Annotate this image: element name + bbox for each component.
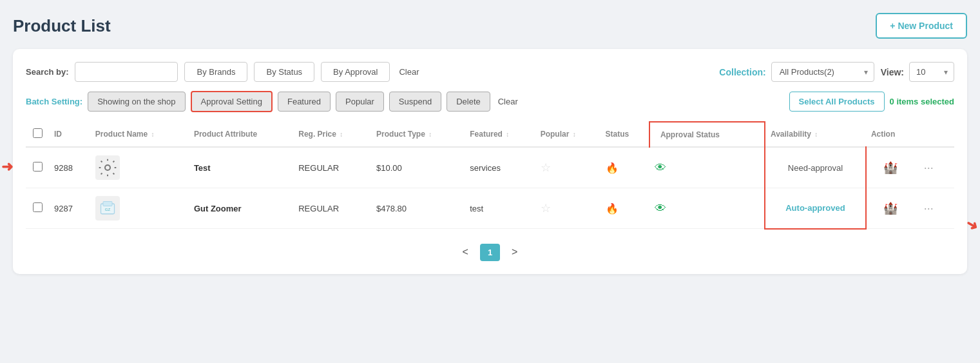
batch-clear-link[interactable]: Clear: [498, 97, 518, 106]
page-title: Product List: [13, 16, 111, 36]
table-header-row: ID Product Name ↕ Product Attribute Reg.…: [26, 122, 954, 147]
product-table: ID Product Name ↕ Product Attribute Reg.…: [26, 121, 954, 230]
row-price: $478.80: [371, 188, 465, 229]
header-id: ID: [49, 122, 90, 147]
table-row: ➜ 9288 Test REGULAR $10.00 services: [26, 147, 954, 188]
header-product-type: Product Type ↕: [371, 122, 465, 147]
row-id: 9288: [49, 147, 90, 188]
header-status: Status: [600, 122, 649, 147]
header-featured: Featured ↕: [465, 122, 535, 147]
row-action-menu-button[interactable]: ···: [920, 160, 937, 176]
row-product-name: Gut Zoomer: [189, 188, 293, 229]
row-status-eye[interactable]: 👁: [649, 188, 765, 229]
header-product-attribute: Product Attribute: [189, 122, 293, 147]
row-action: ···: [915, 147, 954, 188]
row-image: GZ: [90, 188, 189, 229]
header-approval-status: Approval Status: [649, 122, 765, 147]
view-section: View: 10 25 50 100: [881, 62, 954, 82]
view-label: View:: [881, 67, 904, 77]
need-approval-text: Need-approval: [788, 163, 843, 173]
collection-label: Collection:: [719, 67, 765, 77]
pagination: < 1 >: [26, 244, 954, 261]
row-featured-star[interactable]: ☆: [535, 188, 600, 229]
delete-button[interactable]: Delete: [447, 92, 490, 112]
collection-select-wrapper: All Products(2): [771, 62, 874, 82]
row-image: [90, 147, 189, 188]
new-product-button[interactable]: + New Product: [876, 13, 967, 39]
by-status-button[interactable]: By Status: [254, 62, 314, 82]
row-checkbox[interactable]: [33, 162, 43, 172]
svg-text:GZ: GZ: [105, 207, 111, 211]
prev-page-button[interactable]: <: [456, 244, 475, 260]
row-type: services: [465, 147, 535, 188]
search-clear-link[interactable]: Clear: [399, 67, 419, 77]
items-selected-count: 0 items selected: [890, 97, 954, 106]
row-action-menu-button[interactable]: ···: [920, 201, 937, 217]
svg-point-0: [105, 165, 110, 170]
featured-button[interactable]: Featured: [278, 92, 331, 112]
row-approval-status: Auto-approved: [765, 188, 866, 229]
svg-rect-2: [103, 202, 112, 206]
row-availability[interactable]: 🏰: [866, 147, 915, 188]
row-approval-status: Need-approval: [765, 147, 866, 188]
row-availability[interactable]: 🏰: [866, 188, 915, 229]
view-select[interactable]: 10 25 50 100: [909, 62, 954, 82]
row-status-eye[interactable]: 👁: [649, 147, 765, 188]
suspend-button[interactable]: Suspend: [389, 92, 441, 112]
approval-setting-button[interactable]: Approval Setting: [191, 91, 273, 112]
search-input[interactable]: [75, 62, 178, 82]
collection-section: Collection: All Products(2): [719, 62, 874, 82]
search-label: Search by:: [26, 67, 68, 77]
header-popular: Popular ↕: [535, 122, 600, 147]
view-select-wrapper: 10 25 50 100: [909, 62, 954, 82]
by-brands-button[interactable]: By Brands: [184, 62, 247, 82]
row-type: test: [465, 188, 535, 229]
header-product-name: Product Name ↕: [90, 122, 189, 147]
row-checkbox[interactable]: [33, 202, 43, 212]
search-row: Search by: By Brands By Status By Approv…: [26, 62, 954, 82]
main-card: Search by: By Brands By Status By Approv…: [13, 49, 967, 274]
select-all-checkbox[interactable]: [33, 128, 43, 138]
header-reg-price: Reg. Price ↕: [293, 122, 371, 147]
row-id: 9287: [49, 188, 90, 229]
header-availability: Availability ↕: [765, 122, 866, 147]
current-page-button[interactable]: 1: [480, 244, 500, 261]
by-approval-button[interactable]: By Approval: [321, 62, 390, 82]
row-popular-flame[interactable]: 🔥: [600, 147, 649, 188]
row-popular-flame[interactable]: 🔥: [600, 188, 649, 229]
row-checkbox-col: [26, 188, 49, 229]
row-featured-star[interactable]: ☆: [535, 147, 600, 188]
row-price: $10.00: [371, 147, 465, 188]
collection-select[interactable]: All Products(2): [771, 62, 874, 82]
table-row: 9287 GZ Gut Zoomer REGULAR $478.80 test …: [26, 188, 954, 229]
showing-on-shop-button[interactable]: Showing on the shop: [88, 92, 185, 112]
header-checkbox-col: [26, 122, 49, 147]
row-attribute: REGULAR: [293, 188, 371, 229]
row-attribute: REGULAR: [293, 147, 371, 188]
batch-row: Batch Setting: Showing on the shop Appro…: [26, 91, 954, 112]
select-all-products-button[interactable]: Select All Products: [789, 92, 885, 112]
next-page-button[interactable]: >: [505, 244, 524, 260]
row-checkbox-col: ➜: [26, 147, 49, 188]
row-action: ··· ➜: [915, 188, 954, 229]
popular-button[interactable]: Popular: [336, 92, 384, 112]
batch-label: Batch Setting:: [26, 97, 82, 106]
row-product-name: Test: [189, 147, 293, 188]
auto-approved-text: Auto-approved: [785, 203, 845, 213]
header-action: Action: [866, 122, 915, 147]
